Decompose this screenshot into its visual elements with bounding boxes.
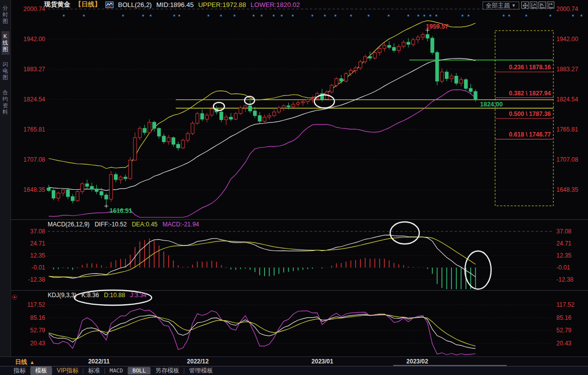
chart-plot-area[interactable]: 2000.742000.741942.001942.001883.271883.… (0, 0, 588, 356)
y-axis-tick: 12.35 (556, 252, 571, 259)
indicator-marker-icon[interactable] (12, 293, 18, 299)
candle (383, 43, 386, 51)
candle (138, 127, 141, 141)
candle (52, 189, 55, 200)
candle (186, 132, 189, 143)
tab-save-template[interactable]: 另存模板 (151, 366, 184, 375)
highlight-ellipses (74, 95, 491, 305)
candle (234, 112, 237, 120)
chart-tool-buttons (521, 2, 554, 9)
candle (109, 171, 112, 202)
x-axis-label: 2022/12 (187, 358, 208, 365)
event-dot (388, 15, 390, 17)
highlight-ellipse (314, 95, 334, 108)
macd-dea-value: DEA:0.45 (132, 221, 157, 228)
event-dot (253, 15, 255, 17)
sidebar-item-contract-info[interactable]: 合约资料 (2, 87, 10, 117)
y-axis-tick: -12.38 (28, 276, 45, 283)
y-axis-tick: 117.52 (27, 301, 45, 308)
theme-dropdown[interactable]: 全部主题 ▼ (483, 2, 519, 10)
candle (162, 134, 165, 144)
x-axis-label: 2023/01 (311, 358, 333, 365)
fib-level-label: 0.236 \ 1878.16 (509, 64, 551, 71)
candle (311, 95, 314, 102)
pan-tool-icon[interactable] (521, 2, 529, 9)
y-axis-scale-icon[interactable] (530, 2, 537, 9)
event-dot (503, 15, 505, 17)
tab-indicators[interactable]: 指标 (9, 366, 30, 375)
tab-manage-templates[interactable]: 管理模板 (184, 366, 217, 375)
y-axis-tick: 1648.35 (556, 186, 578, 193)
event-dot (368, 15, 370, 17)
candle (249, 101, 252, 113)
candle (292, 102, 295, 109)
candle (407, 38, 410, 47)
y-axis-tick: 2000.74 (556, 6, 578, 13)
event-dot (207, 15, 209, 17)
candle (258, 112, 261, 123)
candle (66, 188, 69, 199)
candle (369, 52, 372, 61)
y-axis-tick: 1883.27 (24, 66, 46, 73)
period-selector[interactable]: 日线 ▲ (15, 358, 35, 366)
candle (273, 109, 276, 117)
event-dot (324, 15, 326, 17)
y-axis-tick: 1883.27 (556, 66, 578, 73)
event-dot (273, 15, 275, 17)
event-dot (461, 15, 463, 17)
event-dot (178, 15, 180, 17)
macd-title: MACD(26,12,9) (48, 221, 89, 228)
event-dot (417, 15, 419, 17)
sidebar-item-flash-chart[interactable]: 闪电图 (2, 59, 10, 83)
candle (95, 185, 98, 194)
candle (143, 125, 146, 135)
candle (431, 36, 434, 55)
theme-dropdown-label: 全部主题 (486, 2, 510, 9)
candle (167, 135, 170, 145)
y-axis-tick: 52.79 (556, 327, 571, 334)
x-axis-scale-icon[interactable] (538, 2, 546, 9)
event-dot (311, 15, 313, 17)
sidebar-item-kline-chart[interactable]: K线图 (2, 31, 10, 55)
symbol-name: 现货黄金 (44, 0, 70, 9)
y-axis-tick: 1824.54 (24, 96, 46, 103)
candle (440, 68, 443, 83)
x-axis-label: 2022/11 (88, 358, 110, 365)
indicator-chart-icon (105, 2, 113, 8)
y-axis-tick: 1765.81 (556, 126, 578, 133)
y-axis-tick: 85.16 (556, 314, 571, 321)
fib-level-label: 0.618 \ 1746.77 (509, 131, 551, 138)
candle (196, 112, 199, 125)
candle (402, 40, 405, 48)
candle (474, 89, 477, 102)
candle (61, 189, 64, 196)
chart-header: 现货黄金 【日线】 BOLL(26,2) MID:1896.45 UPPER:1… (44, 1, 300, 9)
candle (200, 109, 203, 121)
tab-templates[interactable]: 模板 (31, 366, 52, 375)
tab-vip-indicators[interactable]: VIP指标 (52, 366, 83, 375)
chevron-down-icon: ▼ (512, 2, 516, 9)
candle (119, 176, 122, 184)
event-dot (63, 15, 65, 17)
candle (459, 77, 462, 86)
triangle-up-icon: ▲ (30, 359, 35, 365)
tab-macd[interactable]: MACD (105, 367, 128, 374)
highlight-ellipse (465, 251, 491, 289)
x-axis-row: 日线 ▲ 2022/112022/122023/012023/02 (0, 356, 588, 366)
candle (71, 194, 74, 203)
macd-diff-value: DIFF:-10.52 (94, 221, 127, 228)
event-dot (142, 15, 144, 17)
y-axis-tick: 20.43 (556, 340, 571, 347)
fib-level-label: 0.500 \ 1787.36 (509, 110, 551, 117)
tab-standard[interactable]: 标准 (83, 366, 104, 375)
candle (172, 137, 175, 147)
candle (416, 35, 419, 43)
tab-boll[interactable]: BOLL (128, 367, 151, 374)
y-axis-tick: -12.38 (556, 276, 573, 283)
price-annotation: 1616.51 (109, 207, 132, 214)
candle (330, 84, 333, 93)
sidebar-item-time-share-chart[interactable]: 分时图 (2, 3, 10, 27)
y-axis-tick: 24.71 (30, 240, 45, 247)
event-dot (580, 15, 582, 17)
reset-view-icon[interactable] (547, 2, 554, 9)
